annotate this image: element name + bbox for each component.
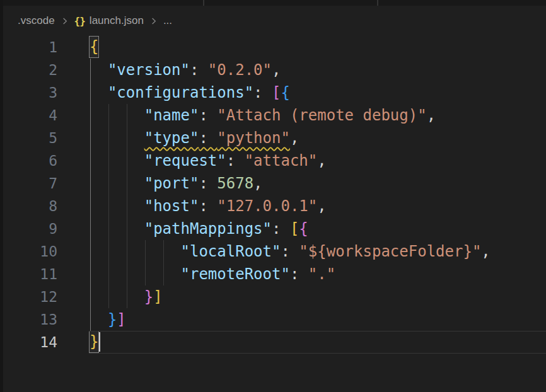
code-text: "type": "python", — [90, 127, 299, 149]
token: , — [481, 243, 490, 260]
token: "localRoot" — [181, 243, 281, 260]
token: "configurations" — [108, 84, 253, 101]
token: "version" — [108, 61, 190, 79]
text-cursor — [99, 332, 100, 352]
token: "Attach (remote debug)" — [217, 107, 426, 124]
token: [ — [272, 84, 281, 101]
code-line-7[interactable]: 7 "port": 5678, — [3, 172, 546, 195]
line-number[interactable]: 8 — [3, 195, 57, 217]
code-text: "pathMappings": [{ — [90, 217, 308, 240]
token: : — [199, 197, 217, 215]
token — [90, 197, 144, 215]
code-text: "name": "Attach (remote debug)", — [90, 104, 436, 127]
code-text: "request": "attach", — [90, 149, 327, 172]
token: "python" — [217, 129, 290, 147]
tab-separator — [203, 0, 204, 6]
tab-separator — [377, 0, 378, 6]
vscode-editor-window: .vscode {} launch.json ... 1{2 "version"… — [0, 0, 546, 392]
token: : — [199, 107, 217, 124]
line-number[interactable]: 1 — [3, 36, 57, 59]
token: , — [290, 129, 299, 147]
chevron-right-icon — [60, 16, 69, 26]
breadcrumb: .vscode {} launch.json ... — [0, 6, 546, 36]
token: "port" — [144, 175, 199, 192]
code-line-9[interactable]: 9 "pathMappings": [{ — [3, 217, 546, 240]
code-line-10[interactable]: 10 "localRoot": "${workspaceFolder}", — [3, 240, 546, 263]
matched-bracket: { — [90, 37, 98, 57]
code-lines: 1{2 "version": "0.2.0",3 "configurations… — [3, 36, 546, 354]
line-number[interactable]: 6 — [3, 149, 57, 172]
code-line-5[interactable]: 5 "type": "python", — [3, 127, 546, 149]
code-line-11[interactable]: 11 "remoteRoot": "." — [3, 263, 546, 285]
code-editor[interactable]: 1{2 "version": "0.2.0",3 "configurations… — [0, 36, 546, 392]
token — [90, 175, 144, 192]
token: "0.2.0" — [208, 61, 272, 79]
token — [90, 84, 108, 101]
token — [90, 265, 181, 283]
code-line-8[interactable]: 8 "host": "127.0.0.1", — [3, 195, 546, 217]
line-number[interactable]: 14 — [3, 331, 57, 354]
token: , — [253, 175, 262, 192]
code-line-2[interactable]: 2 "version": "0.2.0", — [3, 59, 546, 81]
code-text: "localRoot": "${workspaceFolder}", — [90, 240, 491, 263]
token: "request" — [144, 152, 226, 170]
code-line-3[interactable]: 3 "configurations": [{ — [3, 81, 546, 104]
token: ] — [153, 288, 162, 306]
code-line-4[interactable]: 4 "name": "Attach (remote debug)", — [3, 104, 546, 127]
code-text: }] — [90, 285, 163, 308]
line-number[interactable]: 4 — [3, 104, 57, 127]
code-text: "configurations": [{ — [90, 81, 290, 104]
token: "attach" — [245, 152, 318, 170]
code-line-1[interactable]: 1{ — [3, 36, 546, 59]
token: ] — [117, 311, 125, 328]
token: { — [299, 220, 308, 238]
token: , — [272, 61, 281, 79]
token: : — [253, 84, 272, 101]
token: } — [108, 311, 117, 328]
code-line-6[interactable]: 6 "request": "attach", — [3, 149, 546, 172]
code-text: } — [90, 331, 100, 354]
token — [90, 243, 181, 260]
code-line-14[interactable]: 14} — [3, 331, 546, 354]
token — [90, 61, 108, 79]
line-number[interactable]: 5 — [3, 127, 57, 149]
token — [90, 311, 108, 328]
breadcrumb-item-file[interactable]: launch.json — [90, 14, 144, 27]
code-line-13[interactable]: 13 }] — [3, 308, 546, 331]
token: } — [144, 288, 153, 306]
token: "remoteRoot" — [181, 265, 290, 283]
token: "127.0.0.1" — [217, 197, 317, 215]
line-number[interactable]: 3 — [3, 81, 57, 104]
token — [90, 220, 144, 238]
breadcrumb-item-folder[interactable]: .vscode — [18, 14, 55, 27]
line-number[interactable]: 7 — [3, 172, 57, 195]
token — [90, 152, 144, 170]
line-number[interactable]: 13 — [3, 308, 57, 331]
code-text: "port": 5678, — [90, 172, 263, 195]
left-edge-sash — [0, 0, 3, 392]
code-text: { — [90, 36, 98, 59]
token — [90, 129, 144, 147]
line-number[interactable]: 12 — [3, 285, 57, 308]
token: [ — [290, 220, 299, 238]
line-number[interactable]: 11 — [3, 263, 57, 285]
code-text: "host": "127.0.0.1", — [90, 195, 327, 217]
token: , — [317, 197, 326, 215]
json-file-icon: {} — [74, 15, 85, 27]
token: : — [272, 220, 290, 238]
code-text: "version": "0.2.0", — [90, 59, 281, 81]
line-number[interactable]: 9 — [3, 217, 57, 240]
token: "host" — [144, 197, 199, 215]
code-line-12[interactable]: 12 }] — [3, 285, 546, 308]
line-number[interactable]: 10 — [3, 240, 57, 263]
code-text: }] — [90, 308, 126, 331]
token: : — [281, 243, 299, 260]
token: "pathMappings" — [144, 220, 272, 238]
line-number[interactable]: 2 — [3, 59, 57, 81]
token: "." — [308, 265, 335, 283]
breadcrumb-item-symbol-overflow[interactable]: ... — [163, 14, 172, 27]
token: : — [199, 129, 217, 147]
token: "${workspaceFolder}" — [299, 243, 481, 260]
token — [90, 288, 144, 306]
token: , — [427, 107, 436, 124]
